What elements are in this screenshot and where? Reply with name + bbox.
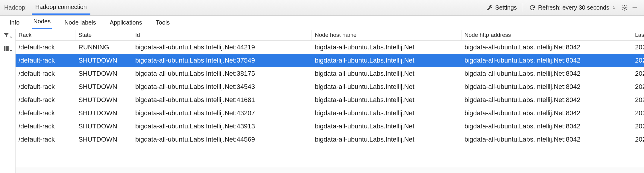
- cell-state: SHUTDOWN: [75, 107, 132, 119]
- connection-dropdown[interactable]: Hadoop connection: [32, 1, 90, 15]
- svg-point-0: [624, 7, 625, 9]
- cell-id: bigdata-all-ubuntu.Labs.Intellij.Net:416…: [132, 94, 312, 106]
- tab-applications[interactable]: Applications: [109, 16, 143, 29]
- refresh-dropdown[interactable]: Refresh: every 30 seconds: [525, 2, 619, 13]
- cell-rack: /default-rack: [16, 55, 75, 66]
- cell-host: bigdata-all-ubuntu.Labs.Intellij.Net: [312, 121, 461, 132]
- cell-http: bigdata-all-ubuntu.Labs.Intellij.Net:804…: [461, 81, 632, 92]
- cell-host: bigdata-all-ubuntu.Labs.Intellij.Net: [312, 107, 461, 119]
- column-header-state[interactable]: State: [75, 30, 132, 40]
- cell-id: bigdata-all-ubuntu.Labs.Intellij.Net:375…: [132, 55, 312, 66]
- cell-rack: /default-rack: [16, 81, 75, 92]
- cell-id: bigdata-all-ubuntu.Labs.Intellij.Net:442…: [132, 42, 312, 53]
- cell-last: 202: [632, 42, 644, 53]
- table-row[interactable]: /default-rackSHUTDOWNbigdata-all-ubuntu.…: [16, 93, 644, 107]
- cell-http: bigdata-all-ubuntu.Labs.Intellij.Net:804…: [461, 121, 632, 132]
- updown-icon: [612, 4, 616, 11]
- filter-button[interactable]: [3, 32, 13, 40]
- hadoop-label: Hadoop:: [4, 3, 27, 12]
- cell-rack: /default-rack: [16, 68, 75, 79]
- cell-id: bigdata-all-ubuntu.Labs.Intellij.Net:445…: [132, 134, 312, 145]
- tab-bar: InfoNodesNode labelsApplicationsTools: [0, 16, 644, 29]
- settings-button[interactable]: Settings: [483, 2, 520, 13]
- cell-host: bigdata-all-ubuntu.Labs.Intellij.Net: [312, 68, 461, 79]
- cell-last: 202: [632, 107, 644, 119]
- minimize-icon: [631, 4, 638, 11]
- cell-rack: /default-rack: [16, 134, 75, 145]
- refresh-icon: [529, 4, 536, 11]
- cell-http: bigdata-all-ubuntu.Labs.Intellij.Net:804…: [461, 94, 632, 106]
- cell-rack: /default-rack: [16, 107, 75, 119]
- cell-state: SHUTDOWN: [75, 121, 132, 132]
- cell-http: bigdata-all-ubuntu.Labs.Intellij.Net:804…: [461, 134, 632, 145]
- wrench-icon: [486, 4, 493, 11]
- cell-host: bigdata-all-ubuntu.Labs.Intellij.Net: [312, 42, 461, 53]
- table-gutter: [0, 29, 16, 173]
- columns-button[interactable]: [3, 45, 13, 53]
- cell-http: bigdata-all-ubuntu.Labs.Intellij.Net:804…: [461, 42, 632, 53]
- top-toolbar: Hadoop: Hadoop connection Settings Refre…: [0, 0, 644, 16]
- cell-state: SHUTDOWN: [75, 81, 132, 92]
- svg-rect-2: [6, 46, 7, 51]
- cell-last: 202: [632, 121, 644, 132]
- cell-id: bigdata-all-ubuntu.Labs.Intellij.Net:381…: [132, 68, 312, 79]
- cell-id: bigdata-all-ubuntu.Labs.Intellij.Net:432…: [132, 107, 312, 119]
- tab-nodes[interactable]: Nodes: [32, 15, 52, 29]
- status-bar: [16, 168, 644, 173]
- svg-rect-3: [7, 46, 8, 51]
- cell-host: bigdata-all-ubuntu.Labs.Intellij.Net: [312, 55, 461, 66]
- table-row[interactable]: /default-rackSHUTDOWNbigdata-all-ubuntu.…: [16, 107, 644, 120]
- gear-button[interactable]: [619, 3, 630, 13]
- refresh-label: Refresh: every 30 seconds: [538, 4, 609, 11]
- table-row[interactable]: /default-rackSHUTDOWNbigdata-all-ubuntu.…: [16, 54, 644, 67]
- svg-rect-1: [4, 46, 5, 51]
- cell-host: bigdata-all-ubuntu.Labs.Intellij.Net: [312, 94, 461, 106]
- tab-info[interactable]: Info: [8, 16, 21, 29]
- settings-label: Settings: [495, 4, 517, 11]
- cell-last: 202: [632, 55, 644, 66]
- table-row[interactable]: /default-rackSHUTDOWNbigdata-all-ubuntu.…: [16, 120, 644, 133]
- column-header-id[interactable]: Id: [132, 30, 312, 40]
- cell-state: RUNNING: [75, 42, 132, 53]
- table-row[interactable]: /default-rackSHUTDOWNbigdata-all-ubuntu.…: [16, 80, 644, 93]
- tab-node-labels[interactable]: Node labels: [63, 16, 97, 29]
- toolbar-separator: [523, 3, 523, 12]
- column-header-node-host-name[interactable]: Node host name: [312, 30, 461, 40]
- nodes-table: RackStateIdNode host nameNode http addre…: [16, 29, 644, 173]
- cell-state: SHUTDOWN: [75, 68, 132, 79]
- cell-last: 202: [632, 94, 644, 106]
- cell-host: bigdata-all-ubuntu.Labs.Intellij.Net: [312, 81, 461, 92]
- minimize-button[interactable]: [630, 3, 640, 13]
- table-row[interactable]: /default-rackSHUTDOWNbigdata-all-ubuntu.…: [16, 67, 644, 80]
- table-row[interactable]: /default-rackSHUTDOWNbigdata-all-ubuntu.…: [16, 133, 644, 146]
- column-header-node-http-address[interactable]: Node http address: [461, 30, 632, 40]
- cell-rack: /default-rack: [16, 94, 75, 106]
- table-header-row: RackStateIdNode host nameNode http addre…: [16, 29, 644, 41]
- gear-icon: [621, 4, 628, 11]
- cell-id: bigdata-all-ubuntu.Labs.Intellij.Net:439…: [132, 121, 312, 132]
- table-row[interactable]: /default-rackRUNNINGbigdata-all-ubuntu.L…: [16, 41, 644, 54]
- column-header-las[interactable]: Las: [632, 30, 644, 40]
- cell-state: SHUTDOWN: [75, 134, 132, 145]
- cell-last: 202: [632, 134, 644, 145]
- cell-host: bigdata-all-ubuntu.Labs.Intellij.Net: [312, 134, 461, 145]
- column-header-rack[interactable]: Rack: [16, 30, 75, 40]
- cell-last: 202: [632, 81, 644, 92]
- cell-state: SHUTDOWN: [75, 55, 132, 66]
- cell-rack: /default-rack: [16, 42, 75, 53]
- cell-rack: /default-rack: [16, 121, 75, 132]
- cell-http: bigdata-all-ubuntu.Labs.Intellij.Net:804…: [461, 107, 632, 119]
- cell-http: bigdata-all-ubuntu.Labs.Intellij.Net:804…: [461, 68, 632, 79]
- cell-state: SHUTDOWN: [75, 94, 132, 106]
- cell-last: 202: [632, 68, 644, 79]
- cell-http: bigdata-all-ubuntu.Labs.Intellij.Net:804…: [461, 55, 632, 66]
- cell-id: bigdata-all-ubuntu.Labs.Intellij.Net:345…: [132, 81, 312, 92]
- tab-tools[interactable]: Tools: [155, 16, 171, 29]
